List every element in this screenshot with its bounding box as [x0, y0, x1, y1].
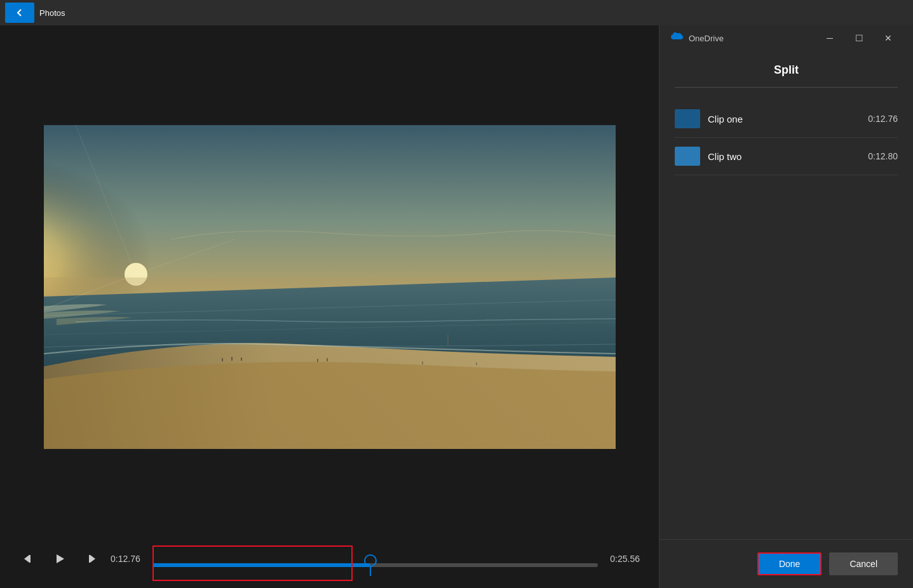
skip-forward-button[interactable]: [80, 549, 100, 569]
svg-rect-13: [422, 361, 423, 364]
svg-marker-22: [90, 555, 95, 563]
svg-rect-11: [317, 359, 318, 362]
close-button[interactable]: ✕: [874, 28, 903, 48]
right-panel-window-controls: ─ ☐ ✕: [815, 28, 903, 48]
main-layout: 0:12.76 0:25.56: [0, 25, 913, 588]
svg-rect-15: [447, 335, 449, 346]
clip-two-duration: 0:12.80: [868, 151, 898, 161]
video-container: [19, 38, 640, 536]
cancel-button[interactable]: Cancel: [829, 552, 898, 575]
split-section: Split Clip one 0:12.76 Clip two 0:12.80: [659, 51, 913, 539]
svg-rect-14: [476, 363, 477, 365]
clip-one-thumbnail: [675, 109, 700, 128]
play-button[interactable]: [50, 549, 70, 569]
app-title: Photos: [39, 8, 908, 18]
transport-row: 0:12.76 0:25.56: [19, 549, 640, 569]
onedrive-area: OneDrive: [670, 32, 724, 44]
onedrive-label: OneDrive: [689, 34, 724, 43]
title-bar: Photos: [0, 0, 913, 25]
svg-rect-20: [29, 555, 30, 563]
done-button[interactable]: Done: [757, 552, 822, 575]
clip-one-name: Clip one: [708, 114, 860, 124]
svg-rect-9: [231, 357, 233, 361]
right-panel-footer: Done Cancel: [659, 539, 913, 588]
timeline-section: 0:12.76 0:25.56: [19, 536, 640, 575]
svg-rect-12: [327, 358, 328, 361]
svg-marker-19: [24, 555, 29, 563]
clip-two-item[interactable]: Clip two 0:12.80: [675, 138, 898, 175]
timeline-track[interactable]: [152, 563, 598, 567]
svg-marker-21: [57, 554, 64, 563]
right-panel-header: OneDrive ─ ☐ ✕: [659, 25, 913, 51]
timeline-fill: [152, 563, 370, 567]
clip-two-thumbnail: [675, 147, 700, 166]
skip-back-button[interactable]: [19, 549, 39, 569]
clip-two-name: Clip two: [708, 151, 860, 162]
current-time: 0:12.76: [111, 554, 142, 564]
video-area: 0:12.76 0:25.56: [0, 25, 659, 588]
back-button[interactable]: [5, 3, 34, 23]
svg-rect-8: [222, 358, 223, 361]
clip-one-item[interactable]: Clip one 0:12.76: [675, 100, 898, 138]
timeline-thumb[interactable]: [364, 554, 377, 576]
onedrive-icon: [670, 32, 685, 44]
timeline-track-wrapper[interactable]: [152, 551, 598, 567]
video-content: [44, 125, 616, 449]
split-title: Split: [675, 63, 898, 88]
end-time: 0:25.56: [608, 554, 640, 564]
svg-rect-10: [241, 357, 242, 361]
thumb-line: [370, 567, 371, 576]
maximize-button[interactable]: ☐: [844, 28, 874, 48]
svg-rect-23: [89, 555, 90, 563]
minimize-button[interactable]: ─: [815, 28, 844, 48]
video-frame: [44, 125, 616, 449]
thumb-circle: [364, 554, 377, 567]
clip-one-duration: 0:12.76: [868, 114, 898, 124]
right-panel: OneDrive ─ ☐ ✕ Split Clip one 0:12.76 Cl…: [659, 25, 913, 588]
